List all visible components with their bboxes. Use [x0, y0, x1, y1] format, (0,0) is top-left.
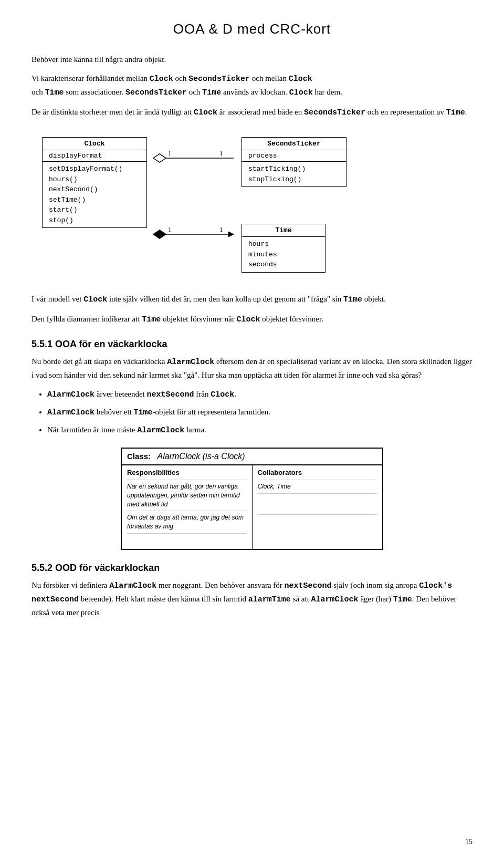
list-item: När larmtiden är inne måste AlarmClock l… — [47, 423, 472, 437]
page-title: OOA & D med CRC-kort — [32, 21, 472, 37]
uml-right-section: SecondsTicker process startTicking() sto… — [242, 132, 346, 273]
section-552-p1: Nu försöker vi definiera AlarmClock mer … — [32, 579, 472, 619]
crc-row-1-resp: När en sekund har gått, gör den vanliga … — [127, 480, 247, 511]
conn-label-2-right: 1 — [219, 225, 223, 233]
uml-diagram: Clock displayFormat setDisplayFormat() h… — [42, 132, 472, 284]
seconds-ticker-methods: startTicking() stopTicking() — [242, 162, 346, 186]
diamond-paragraph: Den fyllda diamanten indikerar att Time … — [32, 313, 472, 326]
crc-responsibilities-header: Responsibilities — [127, 469, 247, 476]
crc-collaborators-header: Collaborators — [258, 469, 377, 476]
filled-diamond-bottom — [153, 230, 166, 238]
crc-row-1-collab: Clock, Time — [258, 480, 377, 493]
time-attr-hours: hours — [248, 239, 319, 250]
crc-row-2-resp: Om det är dags att larma, gör jag det so… — [127, 511, 247, 533]
clock-title: Clock — [43, 138, 146, 150]
uml-connectors-svg: 1 1 1 1 — [147, 137, 242, 284]
time-title: Time — [242, 224, 325, 237]
method-line: nextSecond() — [49, 184, 140, 195]
hollow-diamond-top — [153, 154, 166, 162]
conn-label-2-left: 1 — [168, 225, 172, 233]
method-line: setDisplayFormat() — [49, 164, 140, 174]
section-552-heading: 5.5.2 OOD för väckarklockan — [32, 563, 472, 574]
clock-methods: setDisplayFormat() hours() nextSecond() … — [43, 162, 146, 227]
arrowhead-bottom — [228, 232, 234, 237]
method-line: hours() — [49, 174, 140, 185]
method-line: setTime() — [49, 195, 140, 205]
time-uml-box: Time hours minutes seconds — [242, 224, 326, 273]
conn-label-1-left: 1 — [168, 149, 172, 157]
crc-class-label: Class: — [127, 452, 151, 461]
page-number: 15 — [465, 838, 472, 846]
clock-attribute: displayFormat — [43, 150, 146, 162]
crc-body: Responsibilities När en sekund har gått,… — [122, 465, 382, 549]
seconds-ticker-attribute: process — [242, 150, 346, 162]
crc-row-3-resp — [127, 533, 247, 546]
conn-label-1-right: 1 — [219, 149, 223, 157]
list-item: AlarmClock behöver ett Time-objekt för a… — [47, 406, 472, 419]
crc-collaborators-col: Collaborators Clock, Time — [253, 465, 383, 549]
method-line: start() — [49, 205, 140, 215]
method-line: stopTicking() — [248, 174, 340, 185]
seconds-ticker-uml-box: SecondsTicker process startTicking() sto… — [242, 137, 346, 187]
paragraph-1: Behöver inte känna till några andra obje… — [32, 53, 472, 66]
crc-responsibilities-col: Responsibilities När en sekund har gått,… — [122, 465, 253, 549]
crc-card: Class: AlarmClock (is-a Clock) Responsib… — [121, 448, 383, 550]
section-551-p1: Nu borde det gå att skapa en väckarklock… — [32, 355, 472, 381]
crc-row-3-collab — [258, 514, 377, 527]
crc-class-name: AlarmClock (is-a Clock) — [158, 452, 245, 461]
crc-header: Class: AlarmClock (is-a Clock) — [122, 449, 382, 465]
time-attributes: hours minutes seconds — [242, 237, 325, 272]
time-attr-minutes: minutes — [248, 250, 319, 260]
section-551-heading: 5.5.1 OOA för en väckarklocka — [32, 339, 472, 350]
paragraph-3: De är distinkta storheter men det är änd… — [32, 106, 472, 119]
paragraph-2: Vi karakteriserar förhållandet mellan Cl… — [32, 72, 472, 99]
bullet-list: AlarmClock ärver beteendet nextSecond fr… — [47, 388, 472, 437]
seconds-ticker-title: SecondsTicker — [242, 138, 346, 150]
crc-row-2-collab — [258, 493, 377, 514]
time-attr-seconds: seconds — [248, 259, 319, 270]
method-line: startTicking() — [248, 164, 340, 174]
method-line: stop() — [49, 215, 140, 226]
clock-uml-box: Clock displayFormat setDisplayFormat() h… — [42, 137, 147, 228]
model-paragraph: I vår modell vet Clock inte själv vilken… — [32, 293, 472, 306]
list-item: AlarmClock ärver beteendet nextSecond fr… — [47, 388, 472, 401]
